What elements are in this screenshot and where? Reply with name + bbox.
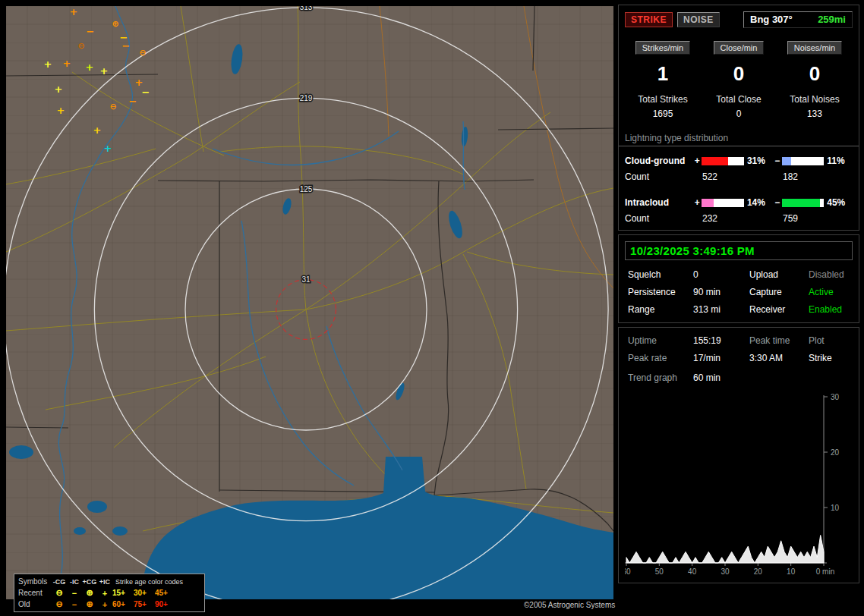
- peak-time-value: 3:30 AM: [749, 353, 809, 363]
- ic-positive-pct: 14%: [747, 197, 773, 208]
- strike-symbol: ⊖: [77, 41, 84, 51]
- legend-symbol: ⊕: [82, 588, 97, 598]
- right-panel: STRIKE NOISE Bng 307° 259mi Strikes/min …: [618, 5, 859, 587]
- mode-row: STRIKE NOISE Bng 307° 259mi: [625, 11, 853, 28]
- trend-y-tick: 30: [831, 393, 840, 401]
- persistence-value: 90 min: [693, 287, 749, 297]
- total-strikes-value: 1695: [625, 108, 701, 119]
- minus-sign: −: [773, 156, 782, 166]
- legend-col-pcg: +CG: [82, 578, 97, 586]
- cg-negative-count: 182: [783, 171, 798, 182]
- bearing-value: Bng 307°: [750, 14, 793, 25]
- cloud-ground-row: Cloud-ground + 31% − 11%: [625, 156, 853, 166]
- legend-col-nic: -IC: [67, 578, 82, 586]
- intracloud-count-row: Count 232 759: [625, 213, 853, 224]
- strike-symbol: ⊖: [109, 102, 116, 112]
- strike-symbol: +: [86, 61, 94, 73]
- stats-panel: STRIKE NOISE Bng 307° 259mi Strikes/min …: [618, 5, 859, 231]
- upload-status: Disabled: [809, 269, 850, 280]
- legend-row: Recent⊖−⊕+15+30+45+: [18, 587, 200, 599]
- strike-symbol: +: [70, 6, 78, 17]
- strike-symbol: −: [129, 96, 137, 107]
- cloud-ground-count-row: Count 522 182: [625, 171, 853, 182]
- trend-x-tick: 40: [688, 567, 697, 576]
- range-ring-label: 219: [300, 94, 313, 102]
- trend-x-tick: 50: [655, 567, 664, 576]
- cg-negative-bar: [782, 157, 825, 165]
- uptime-value: 155:19: [693, 335, 749, 346]
- range-label: Range: [628, 304, 693, 315]
- persistence-label: Persistence: [628, 287, 693, 297]
- total-close-value: 0: [701, 108, 777, 119]
- legend-col-pic: +IC: [97, 578, 112, 586]
- legend-symbol: −: [67, 600, 82, 609]
- map-view[interactable]: 31321912531 +⊕−−−⊖⊖+++++⊖++−−++: [6, 6, 613, 599]
- trend-x-tick: 20: [754, 567, 763, 576]
- total-strikes-label: Total Strikes: [625, 94, 701, 105]
- peak-time-label: Peak time: [749, 335, 809, 346]
- trend-series: [626, 536, 824, 564]
- counter-columns: Strikes/min 1 Total Strikes 1695 Close/m…: [625, 40, 853, 119]
- legend-age-code: 90+: [155, 600, 176, 608]
- count-label: Count: [625, 213, 702, 224]
- datetime-display: 10/23/2025 3:49:16 PM: [625, 241, 853, 260]
- ic-negative-count: 759: [783, 213, 798, 224]
- capture-status: Active: [809, 287, 850, 297]
- legend-row-label: Old: [18, 600, 52, 608]
- receiver-label: Receiver: [749, 304, 809, 315]
- trend-graph-span: 60 min: [693, 372, 721, 383]
- intracloud-row: Intracloud + 14% − 45%: [625, 197, 853, 208]
- peak-rate-value: 17/min: [693, 353, 749, 363]
- cg-negative-bar-fill: [782, 157, 791, 165]
- noises-per-min-value: 0: [777, 59, 853, 88]
- plot-value: Strike: [809, 353, 850, 363]
- range-ring-label: 313: [300, 6, 313, 11]
- distribution-title: Lightning type distribution: [619, 133, 859, 146]
- cg-negative-pct: 11%: [827, 156, 853, 166]
- range-value: 313 mi: [693, 304, 749, 315]
- strike-symbol: −: [122, 40, 131, 52]
- cg-positive-bar: [702, 157, 744, 165]
- legend-symbol: ⊖: [52, 588, 67, 598]
- cg-positive-bar-fill: [702, 157, 727, 165]
- trend-graph: 3020106050403020100 min: [625, 391, 860, 577]
- cg-positive-count: 522: [702, 171, 783, 182]
- cg-positive-pct: 31%: [747, 156, 773, 166]
- trend-x-tick: 10: [787, 567, 796, 576]
- legend-age-code: 45+: [155, 589, 176, 597]
- legend-age-code: 30+: [134, 589, 155, 597]
- ic-positive-bar-fill: [702, 199, 714, 207]
- legend-age-title: Strike age color codes: [112, 578, 200, 586]
- close-per-min-button[interactable]: Close/min: [714, 41, 765, 55]
- legend-symbol: +: [97, 600, 112, 609]
- uptime-grid: Uptime 155:19 Peak time Plot Peak rate 1…: [625, 334, 853, 365]
- trend-x-end-label: 0 min: [816, 567, 834, 576]
- legend-symbol: ⊕: [82, 599, 97, 609]
- legend-age-code: 75+: [134, 600, 155, 608]
- plus-sign: +: [692, 156, 702, 166]
- noise-mode-button[interactable]: NOISE: [677, 12, 720, 27]
- receiver-status: Enabled: [809, 304, 850, 315]
- legend-symbols-title: Symbols: [18, 577, 52, 586]
- strikes-per-min-button[interactable]: Strikes/min: [635, 41, 690, 55]
- trend-graph-row: Trend graph 60 min: [625, 371, 853, 385]
- trend-graph-label: Trend graph: [628, 372, 693, 383]
- legend-row: Old⊖−⊕+60+75+90+: [18, 599, 200, 610]
- plus-sign: +: [692, 197, 702, 208]
- ic-positive-count: 232: [702, 213, 783, 224]
- strike-symbol: +: [55, 83, 63, 95]
- copyright-attribution: ©2005 Astrogenic Systems: [524, 601, 615, 609]
- trend-x-tick: 30: [721, 567, 730, 576]
- upload-label: Upload: [749, 269, 809, 280]
- intracloud-label: Intracloud: [625, 197, 692, 208]
- squelch-label: Squelch: [628, 269, 693, 280]
- count-label: Count: [625, 171, 702, 182]
- strike-symbol: ⊕: [112, 19, 118, 29]
- plot-label: Plot: [809, 335, 850, 346]
- close-per-min-value: 0: [701, 59, 777, 88]
- minus-sign: −: [773, 197, 782, 208]
- strike-mode-button[interactable]: STRIKE: [625, 12, 673, 27]
- strike-symbol: +: [93, 124, 102, 136]
- noises-per-min-button[interactable]: Noises/min: [787, 41, 842, 55]
- ic-negative-bar: [782, 199, 825, 207]
